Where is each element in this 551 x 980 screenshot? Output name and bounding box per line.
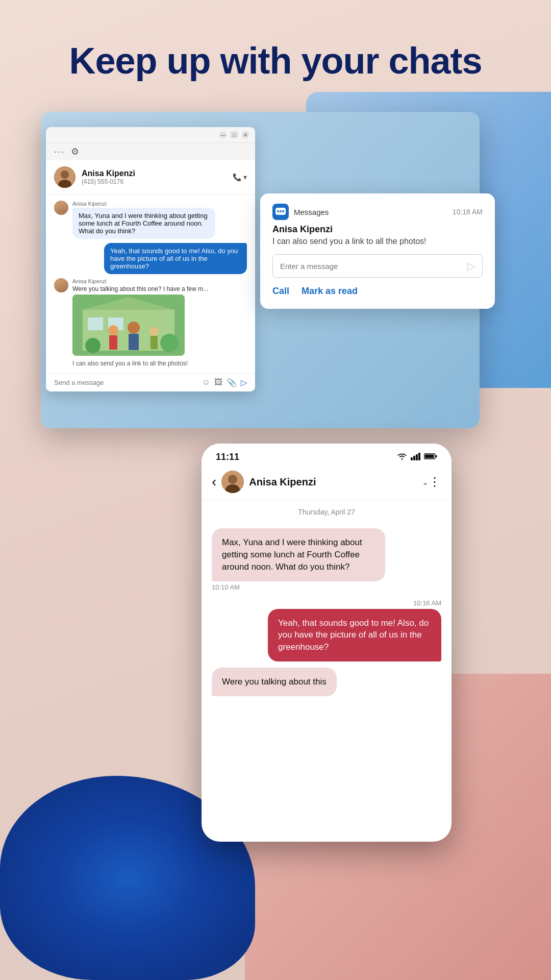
notification-reply-input[interactable] — [280, 262, 467, 271]
battery-icon — [424, 453, 437, 461]
notification-actions: Call Mark as read — [272, 286, 483, 297]
message-timestamp: 10:10 AM — [212, 583, 240, 591]
chevron-down-icon[interactable]: ⌄ — [422, 477, 429, 487]
back-button[interactable]: ‹ — [212, 474, 216, 490]
wifi-icon — [396, 452, 408, 462]
send-message-input[interactable] — [54, 379, 198, 386]
signal-icon — [411, 452, 421, 462]
svg-rect-6 — [88, 317, 103, 330]
table-row: Yeah, that sounds good to me! Also, do y… — [54, 243, 247, 274]
svg-point-14 — [85, 338, 101, 353]
image-icon[interactable]: 🖼 — [214, 378, 222, 387]
send-icon[interactable]: ▷ — [241, 378, 247, 387]
desktop-messages-window: — □ ✕ ··· ⚙ — [46, 127, 255, 391]
message-bubble-sent: Yeah, that sounds good to me! Also, do y… — [268, 609, 441, 662]
mobile-frame: 11:11 — [202, 444, 452, 842]
messages-area: Anisa Kipenzi Max, Yuna and I were think… — [46, 194, 255, 373]
contact-name: Anisa Kipenzi — [82, 169, 233, 178]
contact-header: Anisa Kipenzi (415) 555-0176 📞 ▾ — [46, 160, 255, 194]
call-dropdown-icon: ▾ — [243, 173, 247, 181]
avatar — [221, 471, 244, 493]
list-item: Max, Yuna and I were thinking about gett… — [212, 528, 441, 593]
attachment-icons: ☺ 🖼 📎 — [202, 378, 237, 387]
list-item: 10:16 AM Yeah, that sounds good to me! A… — [212, 599, 441, 662]
mobile-status-bar: 11:11 — [202, 444, 452, 467]
notification-message: I can also send you a link to all the ph… — [272, 237, 483, 246]
desktop-background: — □ ✕ ··· ⚙ — [41, 112, 480, 428]
notification-sender: Anisa Kipenzi — [272, 224, 483, 235]
list-item: Were you talking about this — [212, 668, 441, 696]
mobile-nav-bar: ‹ Anisa Kipenzi ⌄ ⋮ — [202, 467, 452, 500]
svg-point-19 — [282, 210, 284, 212]
message-bubble-partial: Were you talking about this — [212, 668, 337, 696]
contact-phone: (415) 555-0176 — [82, 178, 233, 185]
svg-rect-25 — [436, 455, 437, 457]
svg-point-28 — [228, 475, 237, 484]
message-bubble-sent: Yeah, that sounds good to me! Also, do y… — [104, 243, 247, 274]
settings-icon[interactable]: ⚙ — [71, 146, 79, 157]
avatar — [54, 278, 68, 292]
clip-icon[interactable]: 📎 — [227, 378, 237, 387]
mobile-messages-list: Max, Yuna and I were thinking about gett… — [202, 524, 452, 779]
svg-rect-20 — [411, 457, 413, 460]
window-titlebar: — □ ✕ — [46, 127, 255, 143]
svg-rect-11 — [129, 334, 139, 350]
notification-popup: Messages 10:18 AM Anisa Kipenzi I can al… — [260, 193, 495, 309]
window-menu: ··· ⚙ — [46, 143, 255, 160]
svg-rect-23 — [418, 453, 420, 460]
photo-attachment — [72, 295, 185, 356]
more-options-icon[interactable]: ··· — [54, 146, 65, 157]
close-button[interactable]: ✕ — [242, 131, 249, 138]
svg-rect-21 — [413, 456, 415, 460]
status-time: 11:11 — [216, 452, 239, 462]
notification-reply-row: ▷ — [272, 254, 483, 278]
notification-time: 10:18 AM — [453, 208, 483, 216]
svg-point-15 — [160, 334, 179, 352]
svg-point-18 — [280, 210, 282, 212]
messages-app-icon — [272, 204, 289, 220]
maximize-button[interactable]: □ — [231, 131, 238, 138]
emoji-icon[interactable]: ☺ — [202, 378, 210, 387]
phone-icon: 📞 — [233, 173, 241, 181]
send-bar: ☺ 🖼 📎 ▷ — [46, 373, 255, 391]
hero-section: Keep up with your chats — [0, 0, 551, 102]
avatar — [54, 166, 76, 188]
message-sender: Anisa Kipenzi — [72, 201, 247, 207]
call-action-button[interactable]: Call — [272, 286, 289, 297]
call-button[interactable]: 📞 ▾ — [233, 173, 247, 181]
status-icons — [396, 452, 437, 462]
table-row: Anisa Kipenzi Were you talking about thi… — [54, 278, 247, 356]
app-name-label: Messages — [294, 208, 329, 216]
svg-rect-26 — [425, 455, 434, 458]
svg-point-8 — [108, 325, 118, 335]
message-timestamp: 10:16 AM — [413, 599, 441, 607]
svg-rect-9 — [109, 335, 117, 350]
mobile-contact-name: Anisa Kipenzi — [249, 476, 420, 488]
mark-as-read-button[interactable]: Mark as read — [302, 286, 358, 297]
svg-point-12 — [149, 327, 159, 336]
message-bubble-received: Max, Yuna and I were thinking about gett… — [212, 528, 385, 581]
message-sender: Anisa Kipenzi — [72, 278, 247, 284]
more-options-button[interactable]: ⋮ — [429, 475, 441, 489]
message-text-small: I can also send you a link to all the ph… — [72, 360, 247, 367]
svg-point-10 — [128, 322, 140, 334]
desktop-app-area: — □ ✕ ··· ⚙ — [41, 112, 480, 428]
table-row: Anisa Kipenzi Max, Yuna and I were think… — [54, 201, 247, 239]
message-content: Anisa Kipenzi Were you talking about thi… — [72, 278, 247, 356]
mobile-phone-container: 11:11 — [202, 444, 452, 842]
minimize-button[interactable]: — — [219, 131, 227, 138]
message-bubble-received: Max, Yuna and I were thinking about gett… — [72, 208, 215, 239]
window-controls: — □ ✕ — [219, 131, 249, 138]
svg-point-17 — [277, 210, 279, 212]
message-preview-text: Were you talking about this one? I have … — [72, 285, 247, 292]
date-divider: Thursday, April 27 — [202, 500, 452, 524]
notification-app-info: Messages — [272, 204, 329, 220]
page-title: Keep up with your chats — [31, 41, 520, 81]
notification-header: Messages 10:18 AM — [272, 204, 483, 220]
notification-send-icon[interactable]: ▷ — [467, 260, 475, 272]
svg-rect-22 — [416, 454, 418, 460]
message-content: Anisa Kipenzi Max, Yuna and I were think… — [72, 201, 247, 239]
avatar — [54, 201, 68, 215]
svg-rect-13 — [151, 336, 158, 349]
contact-info: Anisa Kipenzi (415) 555-0176 — [82, 169, 233, 185]
